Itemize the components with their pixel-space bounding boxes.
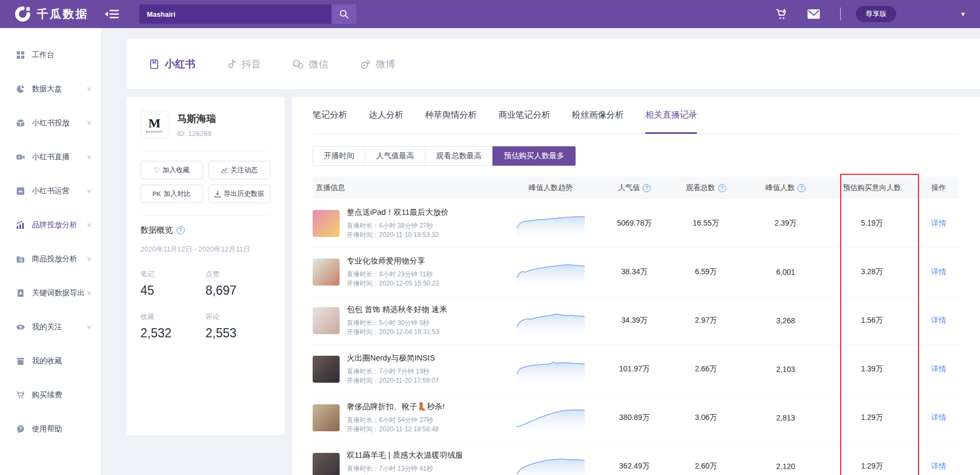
filter-max-purchase-intent[interactable]: 预估购买人数最多 [492, 146, 576, 166]
live-cover-thumbnail[interactable] [313, 453, 340, 475]
tab-note-analysis[interactable]: 笔记分析 [313, 97, 347, 134]
sidebar-item-keyword-export[interactable]: 关键词数据导出 ∨ [0, 276, 101, 310]
svg-text:?: ? [19, 426, 22, 431]
tab-commercial-notes[interactable]: 商业笔记分析 [498, 97, 550, 134]
collapse-sidebar-icon[interactable] [105, 9, 119, 19]
influencer-name: 马斯海瑞 [177, 112, 216, 125]
live-title[interactable]: 专业化妆师爱用物分享 [347, 256, 439, 266]
analysis-content-card: 笔记分析 达人分析 种草舆情分析 商业笔记分析 粉丝画像分析 相关直播记录 开播… [292, 97, 980, 475]
total-views-value: 6.59万 [667, 267, 745, 277]
live-cover-thumbnail[interactable] [313, 259, 340, 286]
live-duration: 直播时长：6小时 54分钟 27秒 [347, 416, 445, 425]
live-start-time: 开播时间：2020-11-10 18:53:32 [347, 230, 449, 240]
live-title[interactable]: 奢侈品牌折扣、靴子👢秒杀! [347, 402, 445, 412]
peak-viewers-value: 2.39万 [745, 219, 826, 228]
divider [140, 215, 271, 215]
sidebar-item-xhs-operation[interactable]: 小红书运营 ∨ [0, 174, 101, 208]
book-icon [149, 59, 160, 70]
mail-icon[interactable] [807, 8, 821, 20]
sidebar-item-label: 商品投放分析 [32, 254, 77, 264]
live-title[interactable]: 火出圈Nerdy与极简INSIS [347, 353, 439, 363]
live-cover-thumbnail[interactable] [313, 210, 340, 237]
detail-link[interactable]: 详情 [931, 316, 947, 324]
tab-seeding-sentiment[interactable]: 种草舆情分析 [425, 97, 477, 134]
detail-link[interactable]: 详情 [931, 219, 947, 227]
platform-tab-xiaohongshu[interactable]: 小红书 [149, 57, 195, 71]
vip-badge[interactable]: 尊享版 [856, 6, 896, 22]
help-icon[interactable]: ? [797, 184, 806, 192]
purchase-intent-value: 1.39万 [826, 364, 918, 374]
chevron-down-icon: ∨ [86, 119, 92, 126]
popularity-value: 5069.78万 [602, 219, 667, 228]
cart-icon[interactable] [775, 8, 788, 21]
trend-icon [221, 167, 228, 173]
sidebar-item-xhs-live[interactable]: 小红书直播 ∨ [0, 140, 101, 174]
column-header-live-info: 直播信息 [313, 183, 499, 193]
sidebar-item-label: 小红书投放 [32, 118, 70, 128]
tab-influencer-analysis[interactable]: 达人分析 [369, 97, 403, 134]
sidebar-item-label: 关键词数据导出 [32, 288, 85, 298]
help-icon[interactable]: ? [177, 226, 185, 234]
live-title[interactable]: 双11薅羊毛 | 质感大衣温暖羽绒服 [347, 450, 463, 460]
add-favorite-button[interactable]: ♡ 加入收藏 [140, 161, 203, 179]
live-duration: 直播时长：5小时 30分钟 5秒 [347, 318, 447, 328]
pk-icon: PK [153, 191, 161, 197]
column-header-popularity: 人气值? [602, 183, 667, 193]
live-cover-thumbnail[interactable] [313, 356, 340, 383]
table-row: 火出圈Nerdy与极简INSIS 直播时长：7小时 7分钟 19秒 开播时间：2… [313, 345, 959, 393]
sidebar-item-brand-analysis[interactable]: 品牌投放分析 ∨ [0, 208, 101, 242]
sidebar-item-my-follows[interactable]: 我的关注 ∨ [0, 310, 101, 344]
table-row: 包包 首饰 精选秋冬好物 速来 直播时长：5小时 30分钟 5秒 开播时间：20… [313, 296, 959, 345]
sidebar-item-help[interactable]: ? 使用帮助 [0, 412, 101, 446]
platform-tab-douyin[interactable]: 抖音 [227, 58, 261, 71]
tab-related-live-records[interactable]: 相关直播记录 [645, 97, 697, 134]
detail-link[interactable]: 详情 [931, 364, 947, 373]
live-duration: 直播时长：7小时 7分钟 19秒 [347, 367, 439, 376]
filter-max-views[interactable]: 观看总数最高 [425, 146, 493, 166]
help-icon[interactable]: ? [718, 184, 726, 192]
sidebar-item-my-favorites[interactable]: 我的收藏 [0, 344, 101, 378]
live-cover-thumbnail[interactable] [313, 404, 340, 431]
detail-link[interactable]: 详情 [931, 462, 947, 470]
platform-tab-weibo[interactable]: 微博 [360, 58, 395, 71]
stat-collects: 收藏 2,532 [140, 312, 206, 341]
grid-icon [16, 51, 25, 59]
peak-trend-sparkline [516, 308, 586, 334]
filter-start-time[interactable]: 开播时间 [313, 146, 366, 166]
follow-trend-button[interactable]: 关注动态 [208, 161, 271, 179]
detail-link[interactable]: 详情 [931, 267, 947, 276]
export-history-button[interactable]: 导出历史数据 [208, 185, 271, 203]
add-compare-button[interactable]: PK 加入对比 [140, 185, 203, 203]
chevron-down-icon: ∨ [86, 153, 92, 160]
sidebar-item-product-analysis[interactable]: 商品投放分析 ∨ [0, 242, 101, 276]
total-views-value: 3.06万 [667, 413, 745, 423]
column-header-total-views: 观看总数? [667, 183, 745, 193]
sidebar-item-workbench[interactable]: 工作台 [0, 38, 101, 72]
detail-link[interactable]: 详情 [931, 413, 947, 422]
sidebar-item-purchase-renew[interactable]: 购买续费 [0, 378, 101, 412]
help-icon[interactable]: ? [643, 184, 651, 192]
live-start-time: 开播时间：2020-11-20 17:59:07 [347, 376, 439, 385]
platform-tab-wechat[interactable]: 微信 [292, 58, 328, 71]
search-bar [139, 4, 356, 24]
sidebar-item-data-dashboard[interactable]: 数据大盘 ∨ [0, 72, 101, 106]
platform-tab-label: 小红书 [165, 57, 195, 71]
search-button[interactable] [332, 4, 356, 24]
platform-tab-label: 抖音 [241, 58, 261, 71]
date-range: 2020年11月12日 - 2020年12月11日 [140, 245, 271, 254]
peak-trend-sparkline [516, 259, 586, 285]
search-input[interactable] [139, 4, 332, 24]
divider [140, 151, 271, 151]
popularity-value: 380.89万 [602, 413, 667, 423]
sidebar-item-xhs-promotion[interactable]: 小红书投放 ∨ [0, 106, 101, 140]
avatar-monogram: M [148, 117, 161, 130]
tab-fan-portrait[interactable]: 粉丝画像分析 [572, 97, 624, 134]
video-camera-icon [16, 153, 25, 161]
sidebar-item-label: 购买续费 [32, 390, 62, 400]
filter-max-popularity[interactable]: 人气值最高 [365, 146, 425, 166]
chevron-down-icon[interactable]: ▼ [960, 11, 966, 17]
live-cover-thumbnail[interactable] [313, 307, 340, 334]
top-header: 千瓜数据 尊享版 ▼ [0, 0, 980, 28]
live-title[interactable]: 整点送iPad！双11最后大放价 [347, 207, 449, 218]
live-title[interactable]: 包包 首饰 精选秋冬好物 速来 [347, 304, 447, 315]
